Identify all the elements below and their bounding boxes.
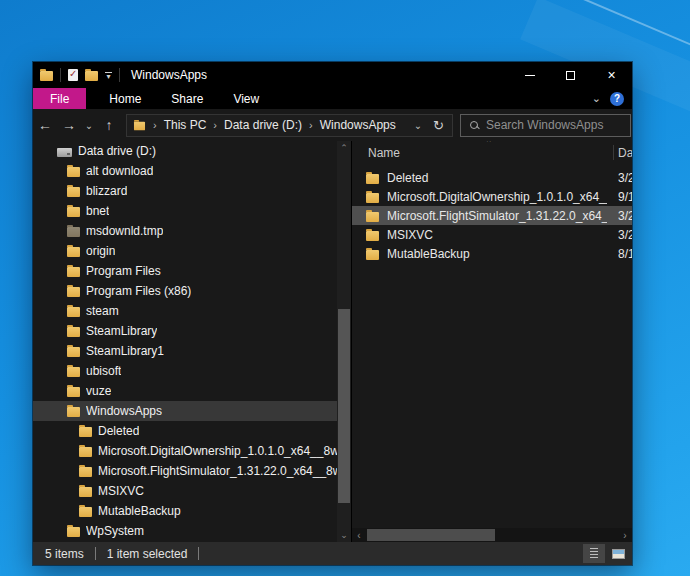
folder-icon — [67, 167, 80, 177]
titlebar-divider — [119, 68, 120, 82]
folder-icon — [366, 193, 379, 203]
folder-icon — [67, 287, 80, 297]
folder-icon — [67, 527, 80, 537]
forward-button[interactable]: → — [57, 117, 81, 133]
folder-icon — [67, 307, 80, 317]
properties-icon[interactable] — [68, 69, 78, 81]
sort-ascending-icon: ⌃ — [485, 141, 493, 148]
folder-icon — [366, 174, 379, 184]
tree-item[interactable]: Microsoft.DigitalOwnership_1.0.1.0_x64__… — [33, 441, 351, 461]
folder-icon — [67, 187, 80, 197]
tree-item[interactable]: vuze — [33, 381, 351, 401]
items-count: 5 items — [45, 547, 84, 561]
refresh-icon[interactable]: ↻ — [431, 118, 452, 133]
status-divider — [198, 547, 199, 560]
maximize-button[interactable] — [550, 62, 591, 88]
folder-icon — [67, 207, 80, 217]
tree-scrollbar[interactable]: ⌃ ⌄ — [337, 141, 351, 542]
folder-icon — [67, 367, 80, 377]
file-row[interactable]: MutableBackup8/1 — [352, 244, 632, 263]
folder-icon — [366, 231, 379, 241]
folder-icon — [79, 447, 92, 457]
status-divider — [95, 547, 96, 560]
folder-icon — [67, 387, 80, 397]
tree-item[interactable]: steam — [33, 301, 351, 321]
folder-icon — [79, 487, 92, 497]
tree-item[interactable]: SteamLibrary — [33, 321, 351, 341]
scroll-left-icon[interactable]: ‹ — [352, 528, 366, 542]
help-icon[interactable]: ? — [610, 92, 624, 106]
file-row-selected[interactable]: Microsoft.FlightSimulator_1.31.22.0_x64_… — [352, 206, 632, 225]
tree-scrollbar-thumb[interactable] — [338, 309, 350, 503]
tree-item[interactable]: MutableBackup — [33, 501, 351, 521]
tab-file[interactable]: File — [33, 88, 86, 109]
tree-item[interactable]: bnet — [33, 201, 351, 221]
close-button[interactable]: × — [591, 62, 632, 88]
breadcrumb-separator: › — [309, 119, 313, 131]
new-folder-icon[interactable] — [85, 71, 98, 81]
drive-icon — [57, 148, 72, 157]
breadcrumb-separator: › — [153, 119, 157, 131]
files-horizontal-scrollbar[interactable]: ‹ › — [352, 528, 632, 542]
thumbnails-view-icon — [612, 549, 625, 559]
ribbon-collapse-icon[interactable]: ⌄ — [592, 92, 601, 105]
hidden-folder-icon — [67, 227, 80, 237]
address-dropdown-icon[interactable]: ⌄ — [405, 120, 431, 131]
column-header-name[interactable]: Name — [352, 146, 400, 160]
folder-icon — [67, 327, 80, 337]
titlebar[interactable]: ▾ WindowsApps × — [33, 62, 632, 88]
tree-item-data-drive[interactable]: Data drive (D:) — [33, 141, 351, 161]
tree-item[interactable]: Deleted — [33, 421, 351, 441]
navigation-tree-pane: Data drive (D:) alt download blizzard bn… — [33, 141, 352, 542]
tree-item-windowsapps-selected[interactable]: WindowsApps — [33, 401, 351, 421]
scroll-up-icon[interactable]: ⌃ — [337, 141, 351, 155]
tree-item[interactable]: ubisoft — [33, 361, 351, 381]
tree-item[interactable]: msdownld.tmp — [33, 221, 351, 241]
window-title: WindowsApps — [131, 68, 207, 82]
breadcrumb-this-pc[interactable]: This PC — [164, 118, 207, 132]
file-explorer-window: ▾ WindowsApps × File Home Share View ⌄ ?… — [33, 62, 632, 565]
recent-locations-icon[interactable]: ⌄ — [81, 120, 97, 131]
files-scrollbar-thumb[interactable] — [367, 529, 495, 541]
main-content: Data drive (D:) alt download blizzard bn… — [33, 141, 632, 542]
tab-share[interactable]: Share — [156, 88, 218, 109]
tree-item[interactable]: WpSystem — [33, 521, 351, 541]
status-bar: 5 items 1 item selected — [33, 542, 632, 565]
file-row[interactable]: MSIXVC3/2 — [352, 225, 632, 244]
details-view-button[interactable] — [583, 544, 605, 563]
tree-item[interactable]: blizzard — [33, 181, 351, 201]
tree-item[interactable]: Microsoft.FlightSimulator_1.31.22.0_x64_… — [33, 461, 351, 481]
app-folder-icon — [40, 71, 53, 81]
file-row[interactable]: Deleted3/2 — [352, 168, 632, 187]
navigation-bar: ← → ⌄ ↑ › This PC › Data drive (D:) › Wi… — [33, 109, 632, 141]
folder-icon — [79, 467, 92, 477]
thumbnails-view-button[interactable] — [607, 544, 629, 563]
folder-icon — [79, 427, 92, 437]
search-box[interactable]: Search WindowsApps — [460, 114, 631, 137]
column-header-date[interactable]: Da — [618, 146, 632, 160]
column-divider[interactable] — [613, 145, 614, 160]
tab-view[interactable]: View — [218, 88, 274, 109]
tab-home[interactable]: Home — [94, 88, 156, 109]
breadcrumb-windowsapps[interactable]: WindowsApps — [320, 118, 396, 132]
file-row[interactable]: Microsoft.DigitalOwnership_1.0.1.0_x64__… — [352, 187, 632, 206]
column-headers: Name ⌃ Da — [352, 141, 632, 164]
back-button[interactable]: ← — [33, 117, 57, 133]
folder-icon — [366, 250, 379, 260]
tree-item[interactable]: Program Files — [33, 261, 351, 281]
address-bar[interactable]: › This PC › Data drive (D:) › WindowsApp… — [126, 114, 453, 137]
tree-item[interactable]: MSIXVC — [33, 481, 351, 501]
customize-quick-access-icon[interactable]: ▾ — [105, 72, 112, 79]
minimize-button[interactable] — [509, 62, 550, 88]
tree-item[interactable]: SteamLibrary1 — [33, 341, 351, 361]
up-button[interactable]: ↑ — [97, 117, 121, 133]
folder-icon — [366, 212, 379, 222]
breadcrumb-data-drive[interactable]: Data drive (D:) — [224, 118, 302, 132]
tree-item[interactable]: Program Files (x86) — [33, 281, 351, 301]
scroll-down-icon[interactable]: ⌄ — [337, 528, 351, 542]
tree-item[interactable]: alt download — [33, 161, 351, 181]
details-view-icon — [590, 548, 598, 559]
tree-item[interactable]: origin — [33, 241, 351, 261]
address-folder-icon — [134, 122, 145, 131]
scroll-right-icon[interactable]: › — [618, 528, 632, 542]
